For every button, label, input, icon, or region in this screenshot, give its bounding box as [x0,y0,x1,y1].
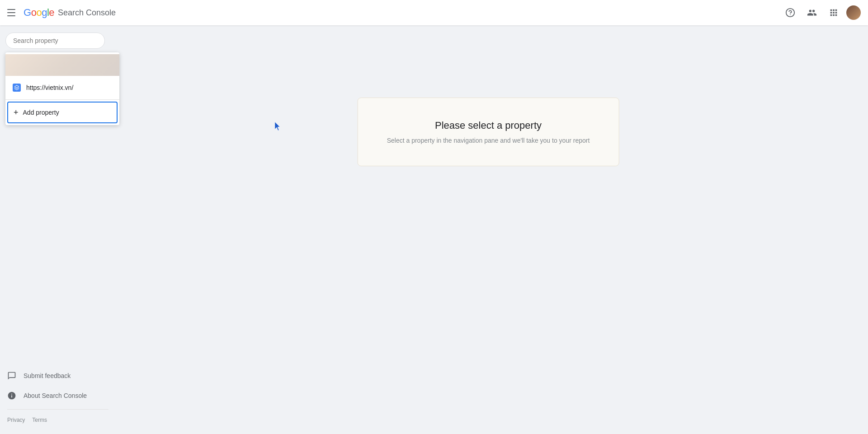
logo-area: Google Search Console [24,7,116,19]
site-icon [13,84,21,92]
privacy-link[interactable]: Privacy [7,417,25,423]
site-favicon-icon [14,85,19,90]
nav-right [781,4,861,22]
property-item-vietnix[interactable]: https://vietnix.vn/ [5,78,119,98]
google-logo: Google [24,7,54,19]
add-property-button[interactable]: + Add property [7,102,118,123]
help-icon [785,8,795,18]
sidebar-divider [7,409,108,410]
hamburger-menu-icon[interactable] [7,7,18,18]
about-label: About Search Console [24,392,87,399]
people-button[interactable] [803,4,821,22]
top-nav: Google Search Console [0,0,868,25]
main-content: Please select a property Select a proper… [0,25,868,434]
info-icon [7,391,16,400]
terms-link[interactable]: Terms [32,417,47,423]
about-search-console-button[interactable]: About Search Console [0,386,116,406]
add-icon: + [14,108,19,117]
nav-left: Google Search Console [7,7,116,19]
help-button[interactable] [781,4,799,22]
dropdown-divider [5,99,119,100]
footer-links: Privacy Terms [0,413,116,427]
submit-feedback-button[interactable]: Submit feedback [0,366,116,386]
sidebar-bottom: Submit feedback About Search Console Pri… [0,359,116,434]
property-dropdown: https://vietnix.vn/ + Add property [5,52,119,125]
property-card-title: Please select a property [387,120,590,131]
submit-feedback-label: Submit feedback [24,372,71,379]
blurred-property-item[interactable] [5,54,119,76]
apps-button[interactable] [825,4,843,22]
search-property-wrapper: https://vietnix.vn/ + Add property [5,33,105,49]
property-url: https://vietnix.vn/ [26,84,73,91]
search-property-input[interactable] [5,33,105,49]
avatar[interactable] [846,5,861,20]
property-card-subtitle: Select a property in the navigation pane… [387,137,590,144]
app-title: Search Console [58,8,116,18]
grid-icon [829,8,839,18]
add-property-label: Add property [23,109,59,116]
property-card: Please select a property Select a proper… [358,98,619,166]
feedback-icon [7,371,16,380]
people-icon [807,8,817,18]
